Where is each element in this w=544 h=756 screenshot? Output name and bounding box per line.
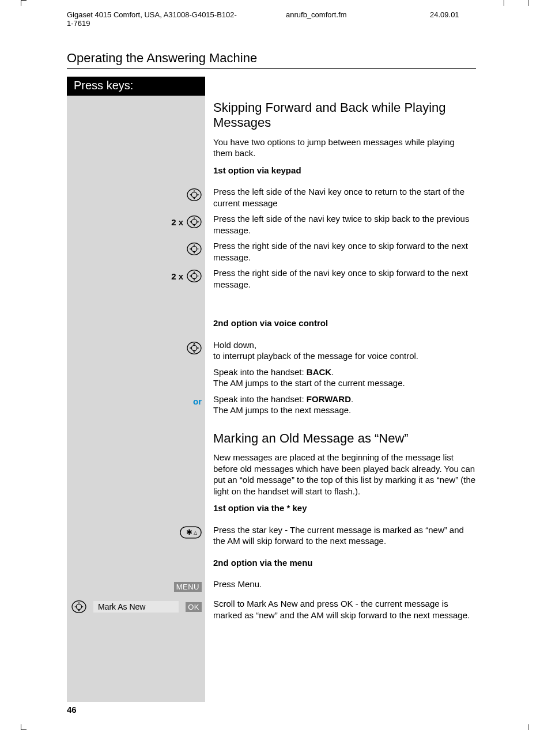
header-product: Gigaset 4015 Comfort, USA, A31008-G4015-… [67,10,240,28]
mark-opt1-head: 1st option via the * key [213,502,476,514]
menu-item-mark-as-new: Mark As New [93,601,179,613]
ok-softkey-icon: OK [186,602,202,612]
svg-point-3 [191,220,197,225]
menu-softkey-icon: MENU [174,582,202,592]
speak-back-post: . [331,367,334,377]
step-row-3: Press the right side of the navi key onc… [67,240,476,263]
hold-down-2: to interrupt playback of the message for… [213,351,418,361]
menu-text: Press Menu. [205,579,476,590]
step-text-4: Press the right side of the navi key onc… [205,267,476,290]
step-prefix-2: 2 x [171,217,183,227]
star-key-icon: ✱△ [180,526,202,539]
header-date: 24.09.01 [430,10,476,28]
speak-fwd-word: FORWARD [307,394,351,404]
star-row: ✱△ Press the star key - The current mess… [67,524,476,547]
skip-intro: You have two options to jump between mes… [213,137,476,159]
svg-point-14 [76,604,81,609]
star-text: Press the star key - The current message… [205,524,476,547]
svg-point-5 [191,247,197,252]
navi-key-icon [187,214,202,229]
step-row-4: 2 x Press the right side of the navi key… [67,267,476,290]
header-file: anrufb_comfort.fm [286,10,384,28]
mark-intro: New messages are placed at the beginning… [213,452,476,497]
step-prefix-4: 2 x [171,271,183,281]
navi-key-icon [187,187,202,202]
mark-opt2-head: 2nd option via the menu [213,557,476,569]
hold-down-1: Hold down, [213,340,256,350]
step-text-3: Press the right side of the navi key onc… [205,240,476,263]
voice-hold-row: Hold down, to interrupt playback of the … [67,339,476,362]
speak-fwd-post: . [351,394,353,404]
step-text-1: Press the left side of the Navi key once… [205,186,476,209]
skip-opt2-head: 2nd option via voice control [213,317,476,329]
svg-text:△: △ [194,530,198,535]
press-keys-bar: Press keys: [67,77,205,96]
mark-heading: Marking an Old Message as “New” [213,431,476,446]
menu-row: MENU Press Menu. [67,579,476,594]
navi-key-icon [71,599,86,614]
skip-heading: Skipping Forward and Back while Playing … [213,100,476,131]
skip-opt1-head: 1st option via keypad [213,165,476,176]
speak-back-result: The AM jumps to the start of the current… [213,378,405,388]
svg-point-7 [191,274,197,279]
speak-back-word: BACK [307,367,331,377]
svg-point-9 [191,345,197,350]
mark-as-new-row: Mark As New OK Scroll to Mark As New and… [67,598,476,621]
step-text-2: Press the left side of the navi key twic… [205,213,476,236]
title-rule [67,68,476,69]
navi-key-up-icon [187,341,202,356]
page-number: 46 [67,705,77,715]
section-title: Operating the Answering Machine [67,51,476,66]
svg-text:✱: ✱ [186,528,192,536]
speak-fwd-result: The AM jumps to the next message. [213,405,351,415]
navi-key-icon [187,269,202,284]
speak-fwd-pre: Speak into the handset: [213,394,307,404]
svg-point-1 [191,192,197,198]
ok-text: Scroll to Mark As New and press OK - the… [205,598,476,621]
step-row-1: Press the left side of the Navi key once… [67,186,476,209]
step-row-2: 2 x Press the left side of the navi key … [67,213,476,236]
doc-header: Gigaset 4015 Comfort, USA, A31008-G4015-… [67,10,476,28]
navi-key-icon [187,241,202,256]
or-label: or [193,396,202,406]
speak-back-pre: Speak into the handset: [213,367,307,377]
